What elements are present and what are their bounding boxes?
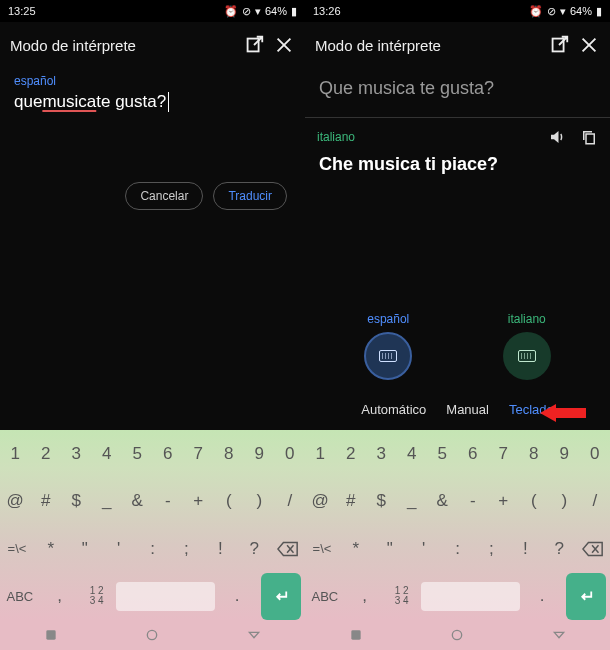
action-row: Cancelar Traducir (0, 112, 305, 210)
kb-key[interactable]: _ (92, 478, 123, 526)
open-in-app-icon[interactable] (243, 34, 265, 56)
kb-key[interactable]: 9 (244, 430, 275, 478)
kb-key[interactable]: @ (0, 478, 31, 526)
translate-button[interactable]: Traducir (213, 182, 287, 210)
speak-icon[interactable] (548, 128, 566, 146)
status-icons: ⏰ ⊘ ▾ 64% ▮ (529, 5, 602, 18)
kb-key[interactable]: + (488, 478, 519, 526)
kb-key[interactable]: 1 23 4 (80, 573, 114, 621)
kb-key[interactable]: & (427, 478, 458, 526)
backspace-key[interactable] (271, 525, 305, 573)
enter-key[interactable] (261, 573, 301, 621)
kb-key[interactable]: ( (519, 478, 550, 526)
kb-key[interactable]: : (136, 525, 170, 573)
target-language-label[interactable]: italiano (317, 130, 548, 144)
copy-icon[interactable] (580, 128, 598, 146)
kb-key[interactable]: , (345, 573, 385, 621)
kb-key[interactable]: =\< (0, 525, 34, 573)
kb-key[interactable]: ) (549, 478, 580, 526)
kb-key[interactable]: # (336, 478, 367, 526)
dnd-icon: ⊘ (242, 5, 251, 18)
kb-key[interactable]: 0 (580, 430, 611, 478)
kb-key[interactable]: 1 (305, 430, 336, 478)
text-input[interactable]: que musica te gusta? (0, 90, 305, 112)
space-key[interactable] (116, 582, 216, 611)
kb-key[interactable]: 3 (61, 430, 92, 478)
kb-key[interactable]: _ (397, 478, 428, 526)
kb-key[interactable]: ' (102, 525, 136, 573)
kb-key[interactable]: 1 (0, 430, 31, 478)
nav-recents-icon[interactable] (246, 627, 262, 643)
kb-key[interactable]: @ (305, 478, 336, 526)
kb-key[interactable]: + (183, 478, 214, 526)
nav-home-icon[interactable] (144, 627, 160, 643)
kb-key[interactable]: " (68, 525, 102, 573)
mode-keyboard[interactable]: Teclado (509, 402, 554, 417)
kb-key[interactable]: 2 (336, 430, 367, 478)
source-language-label[interactable]: español (0, 68, 305, 90)
kb-key[interactable]: =\< (305, 525, 339, 573)
kb-key[interactable]: $ (366, 478, 397, 526)
kb-key[interactable]: 6 (153, 430, 184, 478)
kb-key[interactable]: 8 (519, 430, 550, 478)
kb-key[interactable]: & (122, 478, 153, 526)
kb-key[interactable]: ) (244, 478, 275, 526)
close-icon[interactable] (273, 34, 295, 56)
kb-key[interactable]: ; (474, 525, 508, 573)
mode-auto[interactable]: Automático (361, 402, 426, 417)
kb-key[interactable]: 4 (92, 430, 123, 478)
kb-key[interactable]: - (458, 478, 489, 526)
kb-key[interactable]: 4 (397, 430, 428, 478)
kb-key[interactable]: 0 (275, 430, 306, 478)
kb-key[interactable]: / (580, 478, 611, 526)
backspace-key[interactable] (576, 525, 610, 573)
close-icon[interactable] (578, 34, 600, 56)
nav-back-icon[interactable] (348, 627, 364, 643)
kb-key[interactable]: ! (203, 525, 237, 573)
kb-key[interactable]: ' (407, 525, 441, 573)
target-lang-button[interactable]: italiano (503, 312, 551, 380)
app-bar: Modo de intérprete (305, 22, 610, 68)
keyboard[interactable]: 1234567890 @#$_&-+()/ =\<*"':;!? ABC,1 2… (0, 430, 305, 620)
nav-home-icon[interactable] (449, 627, 465, 643)
kb-key[interactable]: ; (169, 525, 203, 573)
nav-recents-icon[interactable] (551, 627, 567, 643)
kb-key[interactable]: 8 (214, 430, 245, 478)
kb-key[interactable]: 3 (366, 430, 397, 478)
kb-key[interactable]: ABC (0, 573, 40, 621)
kb-key[interactable]: 5 (122, 430, 153, 478)
kb-key[interactable]: . (522, 573, 562, 621)
kb-key[interactable]: : (441, 525, 475, 573)
kb-key[interactable]: ABC (305, 573, 345, 621)
kb-key[interactable]: 5 (427, 430, 458, 478)
kb-key[interactable]: ? (542, 525, 576, 573)
kb-key[interactable]: ( (214, 478, 245, 526)
kb-key[interactable]: # (31, 478, 62, 526)
kb-key[interactable]: 2 (31, 430, 62, 478)
kb-key[interactable]: " (373, 525, 407, 573)
kb-key[interactable]: * (339, 525, 373, 573)
nav-back-icon[interactable] (43, 627, 59, 643)
nav-bar (0, 620, 305, 650)
kb-key[interactable]: / (275, 478, 306, 526)
source-lang-button[interactable]: español (364, 312, 412, 380)
kb-key[interactable]: 7 (488, 430, 519, 478)
mode-manual[interactable]: Manual (446, 402, 489, 417)
kb-key[interactable]: * (34, 525, 68, 573)
kb-key[interactable]: . (217, 573, 257, 621)
kb-key[interactable]: 7 (183, 430, 214, 478)
kb-key[interactable]: - (153, 478, 184, 526)
clock: 13:26 (313, 5, 341, 17)
kb-key[interactable]: $ (61, 478, 92, 526)
cancel-button[interactable]: Cancelar (125, 182, 203, 210)
kb-key[interactable]: , (40, 573, 80, 621)
keyboard[interactable]: 1234567890 @#$_&-+()/ =\<*"':;!? ABC,1 2… (305, 430, 610, 620)
space-key[interactable] (421, 582, 521, 611)
open-in-app-icon[interactable] (548, 34, 570, 56)
kb-key[interactable]: 1 23 4 (385, 573, 419, 621)
kb-key[interactable]: 6 (458, 430, 489, 478)
kb-key[interactable]: 9 (549, 430, 580, 478)
kb-key[interactable]: ! (508, 525, 542, 573)
kb-key[interactable]: ? (237, 525, 271, 573)
enter-key[interactable] (566, 573, 606, 621)
